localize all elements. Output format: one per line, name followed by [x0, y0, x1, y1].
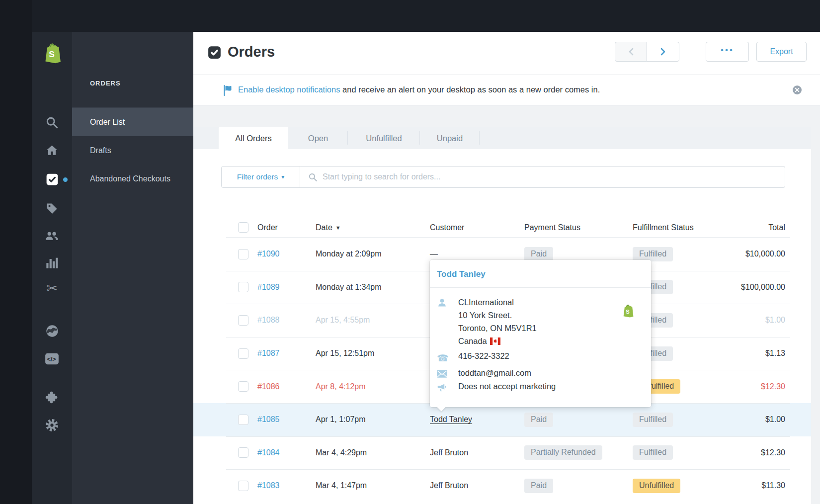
customer-cell: Jeff Bruton: [430, 448, 524, 457]
apps-puzzle-icon[interactable]: [32, 391, 72, 405]
customer-email: toddtan@gmail.com: [458, 368, 531, 378]
total-cell: $1.00: [739, 415, 785, 424]
order-link[interactable]: #1085: [257, 415, 316, 424]
online-store-globe-icon[interactable]: [32, 324, 72, 338]
date-cell: Monday at 1:34pm: [316, 283, 430, 292]
tab-unpaid[interactable]: Unpaid: [420, 127, 480, 149]
date-cell: Apr 1, 1:07pm: [316, 415, 430, 424]
row-checkbox[interactable]: [238, 381, 248, 392]
left-edge-strip: [0, 0, 32, 504]
total-cell: $12.30: [739, 448, 785, 457]
column-fulfillment-status[interactable]: Fulfillment Status: [633, 223, 739, 232]
desktop-notifications-banner: Enable desktop notifications and receive…: [193, 75, 820, 105]
customer-cell[interactable]: Todd Tanley: [430, 415, 524, 424]
sidebar-item-abandoned-checkouts[interactable]: Abandoned Checkouts: [72, 165, 193, 193]
tab-open[interactable]: Open: [288, 127, 348, 149]
order-link[interactable]: #1083: [257, 481, 316, 490]
customers-icon[interactable]: [32, 229, 72, 243]
row-checkbox[interactable]: [238, 348, 248, 359]
customer-cell: —: [430, 250, 524, 258]
orders-title-icon: [208, 46, 221, 59]
code-icon[interactable]: </>: [32, 352, 72, 366]
analytics-icon[interactable]: [32, 255, 72, 269]
previous-page-button[interactable]: [615, 42, 647, 62]
settings-gear-icon[interactable]: [32, 418, 72, 432]
fulfillment-badge: Fulfilled: [633, 413, 673, 427]
search-icon: [308, 172, 318, 182]
canada-flag-icon: [490, 337, 500, 345]
icon-sidebar: S ✂ </>: [32, 32, 72, 504]
order-tabs: All Orders Open Unfulfilled Unpaid: [193, 127, 811, 149]
popover-customer-name[interactable]: Todd Tanley: [430, 260, 651, 288]
order-link[interactable]: #1089: [257, 283, 316, 292]
person-icon: [437, 296, 458, 347]
table-row[interactable]: #1083 Mar 4, 1:47pm Jeff Bruton Paid Unf…: [193, 469, 811, 503]
total-cell: $11.30: [739, 481, 785, 490]
total-cell: $12.30: [739, 382, 785, 391]
order-link[interactable]: #1084: [257, 448, 316, 457]
row-checkbox[interactable]: [238, 249, 248, 259]
banner-message: Enable desktop notifications and receive…: [238, 85, 600, 94]
customer-city: Toronto, ON M5V1R1: [458, 322, 537, 335]
row-checkbox[interactable]: [238, 315, 248, 326]
products-tag-icon[interactable]: [32, 202, 72, 215]
order-link[interactable]: #1086: [257, 382, 316, 391]
marketing-status: Does not accept marketing: [458, 382, 556, 392]
order-link[interactable]: #1090: [257, 250, 316, 258]
caret-down-icon: ▾: [281, 173, 284, 180]
search-orders-input[interactable]: [323, 172, 785, 181]
date-cell: Apr 8, 4:12pm: [316, 382, 430, 391]
search-icon[interactable]: [32, 116, 72, 129]
customer-popover: Todd Tanley CLInternational 10 York Stre…: [430, 260, 651, 407]
date-cell: Apr 15, 4:55pm: [316, 316, 430, 325]
chevron-left-icon: [628, 48, 635, 56]
table-row[interactable]: #1085 Apr 1, 1:07pm Todd Tanley Paid Ful…: [193, 403, 811, 436]
customer-company: CLInternational: [458, 296, 537, 309]
page-header: Orders ••• Export: [193, 32, 820, 75]
sort-descending-icon: ▼: [335, 225, 341, 231]
row-checkbox[interactable]: [238, 481, 248, 491]
total-cell: $1.00: [739, 316, 785, 325]
more-actions-button[interactable]: •••: [706, 42, 749, 62]
chevron-right-icon: [659, 48, 666, 56]
fulfillment-badge: Fulfilled: [633, 247, 673, 261]
column-customer[interactable]: Customer: [430, 223, 524, 232]
customer-street: 10 York Street.: [458, 309, 537, 322]
select-all-checkbox[interactable]: [238, 222, 248, 233]
email-icon: [437, 368, 458, 378]
enable-notifications-link[interactable]: Enable desktop notifications: [238, 85, 340, 94]
close-banner-icon[interactable]: [792, 85, 802, 95]
fulfillment-badge: Unfulfilled: [633, 479, 680, 493]
row-checkbox[interactable]: [238, 447, 248, 458]
shopify-logo-icon[interactable]: S: [32, 42, 72, 65]
tab-unfulfilled[interactable]: Unfulfilled: [348, 127, 420, 149]
column-payment-status[interactable]: Payment Status: [524, 223, 633, 232]
page-title: Orders: [228, 44, 275, 60]
column-total[interactable]: Total: [739, 223, 785, 232]
column-order[interactable]: Order: [257, 223, 316, 232]
svg-text:S: S: [49, 49, 55, 59]
date-cell: Apr 15, 12:51pm: [316, 349, 430, 358]
flag-icon: [223, 84, 234, 96]
date-cell: Monday at 2:09pm: [316, 250, 430, 258]
order-link[interactable]: #1088: [257, 316, 316, 325]
row-checkbox[interactable]: [238, 415, 248, 425]
sidebar-item-order-list[interactable]: Order List: [72, 108, 193, 136]
sidebar-item-drafts[interactable]: Drafts: [72, 136, 193, 165]
orders-nav-panel: ORDERS Order List Drafts Abandoned Check…: [72, 32, 193, 504]
row-checkbox[interactable]: [238, 282, 248, 292]
filter-orders-button[interactable]: Filter orders ▾: [222, 167, 300, 187]
filter-search-bar: Filter orders ▾: [221, 166, 785, 188]
total-cell: $10,000.00: [739, 250, 785, 258]
payment-badge: Paid: [524, 413, 553, 427]
table-row[interactable]: #1084 Mar 4, 4:29pm Jeff Bruton Partiall…: [193, 436, 811, 470]
next-page-button[interactable]: [647, 42, 679, 62]
column-date[interactable]: Date▼: [316, 223, 430, 232]
home-icon[interactable]: [32, 143, 72, 157]
tab-all-orders[interactable]: All Orders: [219, 127, 288, 149]
export-button[interactable]: Export: [756, 42, 807, 62]
total-cell: $1.13: [739, 349, 785, 358]
megaphone-icon: [437, 382, 458, 392]
discounts-scissors-icon[interactable]: ✂: [32, 282, 72, 295]
order-link[interactable]: #1087: [257, 349, 316, 358]
